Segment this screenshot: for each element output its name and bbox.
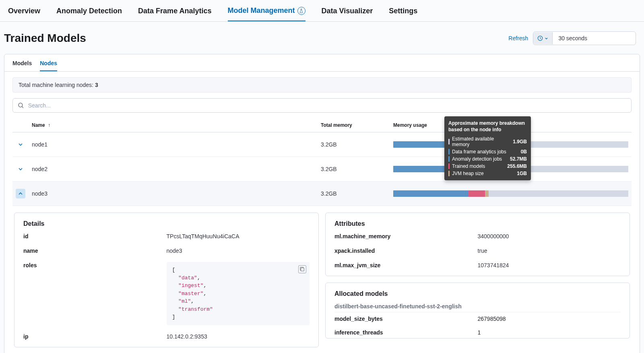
- node-total-memory: 3.2GB: [318, 182, 390, 206]
- details-card: Details id TPcsLTaqTMqHuuNu4iCaCA name n…: [14, 213, 319, 347]
- table-row: node1 3.2GB Approximate memory breakdown…: [12, 132, 632, 157]
- primary-nav: Overview Anomaly Detection Data Frame An…: [0, 0, 644, 22]
- page-header: Trained Models Refresh 30 seconds: [0, 22, 644, 48]
- detail-id-label: id: [23, 233, 167, 239]
- tooltip-row: Estimated available memory1.9GB: [448, 135, 527, 148]
- chevron-down-icon: [545, 37, 548, 40]
- memory-breakdown-tooltip: Approximate memory breakdown based on th…: [444, 116, 531, 180]
- attributes-title: Attributes: [334, 220, 621, 227]
- search-icon: [18, 102, 24, 109]
- tab-models[interactable]: Models: [12, 60, 32, 71]
- search-box[interactable]: [12, 98, 632, 113]
- nav-data-frame-analytics[interactable]: Data Frame Analytics: [138, 6, 211, 21]
- attr-value: true: [478, 248, 621, 254]
- nodes-table: Name ↑ Total memory Memory usage node1 3…: [12, 118, 632, 206]
- nav-settings[interactable]: Settings: [389, 6, 417, 21]
- detail-ip-label: ip: [23, 333, 167, 340]
- chevron-down-icon: [18, 142, 23, 147]
- detail-ip-value: 10.142.0.2:9353: [167, 333, 310, 340]
- attr-value: 1073741824: [478, 262, 621, 268]
- chevron-up-icon: [18, 191, 23, 196]
- tooltip-row: Anomaly detection jobs52.7MB: [448, 155, 527, 163]
- roles-code-block: [ "data", "ingest", "master", "ml", "tra…: [167, 262, 310, 325]
- node-name: node1: [29, 132, 318, 157]
- svg-point-1: [19, 103, 23, 107]
- attributes-card: Attributes ml.machine_memory3400000000xp…: [325, 213, 630, 276]
- details-title: Details: [23, 220, 310, 227]
- detail-roles-label: roles: [23, 262, 167, 325]
- detail-name-value: node3: [167, 248, 310, 254]
- sub-tabs: Models Nodes: [4, 54, 640, 72]
- expand-toggle[interactable]: [16, 164, 25, 174]
- beaker-icon: [297, 7, 305, 15]
- node-name: node2: [29, 157, 318, 182]
- main-panel: Models Nodes Total machine learning node…: [4, 54, 640, 353]
- refresh-interval-value: 30 seconds: [553, 32, 636, 45]
- nav-anomaly-detection[interactable]: Anomaly Detection: [56, 6, 122, 21]
- detail-name-label: name: [23, 248, 167, 254]
- node-name: node3: [29, 182, 318, 206]
- copy-icon: [300, 267, 305, 272]
- divider: [334, 312, 621, 312]
- chevron-down-icon: [18, 167, 23, 171]
- alloc-key: inference_threads: [334, 329, 478, 336]
- collapse-toggle[interactable]: [16, 189, 25, 198]
- copy-button[interactable]: [298, 265, 306, 273]
- total-nodes-callout: Total machine learning nodes: 3: [12, 77, 632, 93]
- nav-label: Model Management: [228, 6, 295, 15]
- allocated-model-name: distilbert-base-uncased-finetuned-sst-2-…: [334, 303, 621, 310]
- nav-overview[interactable]: Overview: [8, 6, 40, 21]
- expand-toggle[interactable]: [16, 140, 25, 149]
- attr-key: ml.max_jvm_size: [334, 262, 478, 268]
- node-detail-grid: Details id TPcsLTaqTMqHuuNu4iCaCA name n…: [4, 206, 640, 353]
- alloc-value: 267985098: [478, 316, 621, 322]
- page-title: Trained Models: [4, 32, 86, 45]
- table-row: node3 3.2GB: [12, 182, 632, 206]
- attr-value: 3400000000: [478, 233, 621, 239]
- tooltip-title: Approximate memory breakdown based on th…: [448, 120, 527, 133]
- refresh-button[interactable]: Refresh: [508, 35, 528, 41]
- tooltip-row: JVM heap size1GB: [448, 170, 527, 177]
- alloc-key: model_size_bytes: [334, 316, 478, 322]
- allocated-title: Allocated models: [334, 290, 621, 297]
- table-row: node2 3.2GB: [12, 157, 632, 182]
- svg-rect-2: [301, 268, 304, 271]
- node-total-memory: 3.2GB: [318, 132, 390, 157]
- memory-usage-bar: [393, 190, 628, 197]
- nav-data-visualizer[interactable]: Data Visualizer: [322, 6, 373, 21]
- clock-icon: [533, 32, 553, 44]
- callout-count: 3: [95, 82, 98, 88]
- attr-key: xpack.installed: [334, 248, 478, 254]
- tab-nodes[interactable]: Nodes: [40, 60, 57, 71]
- sort-asc-icon: ↑: [48, 122, 50, 128]
- attr-key: ml.machine_memory: [334, 233, 478, 239]
- nav-model-management[interactable]: Model Management: [228, 6, 305, 21]
- refresh-interval-picker[interactable]: 30 seconds: [533, 31, 636, 45]
- tooltip-row: Data frame analytics jobs0B: [448, 148, 527, 155]
- col-total-memory[interactable]: Total memory: [318, 118, 390, 132]
- col-name[interactable]: Name ↑: [29, 118, 318, 132]
- node-total-memory: 3.2GB: [318, 157, 390, 182]
- detail-id-value: TPcsLTaqTMqHuuNu4iCaCA: [167, 233, 310, 239]
- alloc-value: 1: [478, 329, 621, 336]
- callout-label: Total machine learning nodes:: [19, 82, 95, 88]
- allocated-models-card: Allocated models distilbert-base-uncased…: [325, 283, 630, 339]
- search-input[interactable]: [27, 102, 626, 109]
- tooltip-row: Trained models255.6MB: [448, 163, 527, 170]
